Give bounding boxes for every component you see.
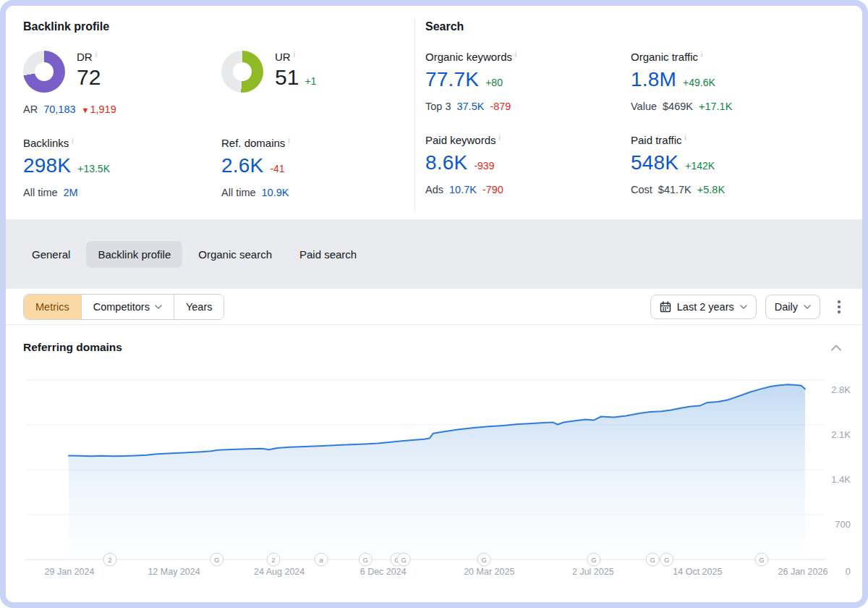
x-axis-label: 2 Jul 2025 [572,567,614,577]
paid-keywords-metric: Paid keywordsi 8.6K-939 Ads10.7K-790 [425,134,631,195]
ref-domains-value[interactable]: 2.6K [221,154,263,177]
ur-label: UR [275,51,291,63]
paid-keywords-delta: -939 [474,160,494,172]
axis-marker-label: G [363,556,368,564]
backlink-profile-panel: Backlink profile DRi 72 AR 70,183 ▼1,91 [6,6,414,219]
search-title: Search [425,20,862,33]
x-axis-label: 12 May 2024 [148,567,200,577]
paid-keywords-value[interactable]: 8.6K [425,151,467,174]
y-axis-label: 1.4K [831,474,851,485]
value-amount: $469K [663,101,693,112]
tab-backlink-profile[interactable]: Backlink profile [86,241,182,268]
organic-traffic-metric: Organic traffici 1.8M+49.6K Value$469K+1… [631,51,862,112]
dr-label: DR [77,51,93,63]
paid-traffic-value[interactable]: 548K [631,151,678,174]
all-time-value[interactable]: 10.9K [262,187,289,198]
axis-marker-label: a [320,556,324,564]
referring-domains-chart[interactable]: 07001.4K2.1K2.8K29 Jan 202412 May 202424… [6,361,862,594]
info-icon[interactable]: i [515,51,516,59]
axis-marker-label: G [759,556,764,564]
x-axis-label: 26 Jan 2026 [778,567,828,577]
organic-keywords-value[interactable]: 77.7K [425,68,479,91]
down-triangle-icon: ▼ [82,106,90,114]
cost-delta: +5.8K [697,184,725,195]
search-panel: Search Organic keywordsi 77.7K+80 Top 33… [415,6,862,219]
ar-value[interactable]: 70,183 [43,104,75,115]
referring-domains-section: Referring domains 07001.4K2.1K2.8K29 Jan… [6,325,862,594]
date-range-button[interactable]: Last 2 years [650,295,757,319]
ads-label: Ads [425,184,443,195]
organic-traffic-label: Organic traffic [631,51,698,63]
ar-label: AR [23,104,38,115]
x-axis-label: 24 Aug 2024 [254,567,305,577]
collapse-chevron-up-icon[interactable] [827,342,845,354]
organic-keywords-delta: +80 [485,77,503,88]
value-label: Value [631,101,657,112]
backlinks-metric: Backlinksi 298K+13.5K All time2M [23,137,221,198]
tab-organic-search[interactable]: Organic search [187,241,284,268]
info-icon[interactable]: i [95,51,97,59]
paid-traffic-metric: Paid traffici 548K+142K Cost$41.7K+5.8K [631,134,862,195]
segment-years[interactable]: Years [174,295,224,319]
granularity-label: Daily [775,301,798,313]
segment-metrics[interactable]: Metrics [24,295,81,319]
chart-toolbar: Metrics Competitors Years Last 2 years D… [6,289,862,325]
ads-delta: -790 [482,184,503,195]
chevron-down-icon [740,305,747,309]
paid-traffic-delta: +142K [685,160,715,172]
y-axis-label: 2.8K [831,384,851,395]
top3-label: Top 3 [425,101,451,112]
axis-marker-label: G [481,556,486,564]
backlink-profile-title: Backlink profile [23,20,414,33]
paid-traffic-label: Paid traffic [631,134,682,146]
info-icon[interactable]: i [685,134,686,142]
backlinks-label: Backlinks [23,137,69,149]
ref-domains-label: Ref. domains [221,137,285,149]
value-delta: +17.1K [699,101,732,112]
tab-general[interactable]: General [20,241,82,268]
all-time-value[interactable]: 2M [64,187,78,198]
backlinks-value[interactable]: 298K [23,154,71,177]
y-axis-label: 2.1K [831,429,851,440]
info-icon[interactable]: i [294,51,295,59]
axis-marker-label: G [401,556,406,564]
granularity-button[interactable]: Daily [765,295,820,319]
organic-keywords-label: Organic keywords [425,51,512,63]
cost-label: Cost [631,184,652,195]
ur-donut-chart [221,51,263,93]
y-axis-label: 0 [846,566,851,577]
ads-value[interactable]: 10.7K [449,184,477,195]
segment-competitors[interactable]: Competitors [81,295,174,319]
axis-marker-label: 2 [271,556,275,564]
ref-domains-delta: -41 [270,163,284,174]
organic-traffic-value[interactable]: 1.8M [631,68,676,91]
top3-delta: -879 [490,101,511,112]
view-segmented-control: Metrics Competitors Years [23,294,224,320]
axis-marker-label: G [664,556,669,564]
axis-marker-label: 2 [108,556,111,564]
info-icon[interactable]: i [499,134,501,142]
ur-delta: +1 [305,75,316,87]
cost-amount: $41.7K [658,184,692,195]
info-icon[interactable]: i [288,137,289,145]
dashboard-card: Backlink profile DRi 72 AR 70,183 ▼1,91 [0,0,868,608]
all-time-label: All time [221,187,256,198]
chevron-down-icon [804,305,811,309]
x-axis-label: 6 Dec 2024 [360,567,407,577]
ref-domains-metric: Ref. domainsi 2.6K-41 All time10.9K [221,137,414,198]
top3-value[interactable]: 37.5K [456,101,484,112]
ur-value: 51 [275,65,299,90]
tab-paid-search[interactable]: Paid search [288,241,368,268]
x-axis-label: 29 Jan 2024 [45,567,95,577]
organic-traffic-delta: +49.6K [683,77,715,88]
calendar-icon [660,301,671,313]
kebab-menu-icon[interactable] [835,297,843,316]
backlinks-delta: +13.5K [77,163,110,174]
chevron-down-icon [155,305,162,309]
info-icon[interactable]: i [701,51,702,59]
area-fill [69,384,805,560]
axis-marker-label: G [214,556,219,564]
info-icon[interactable]: i [72,137,73,145]
axis-marker-label: G [650,556,655,564]
paid-keywords-label: Paid keywords [425,134,496,146]
